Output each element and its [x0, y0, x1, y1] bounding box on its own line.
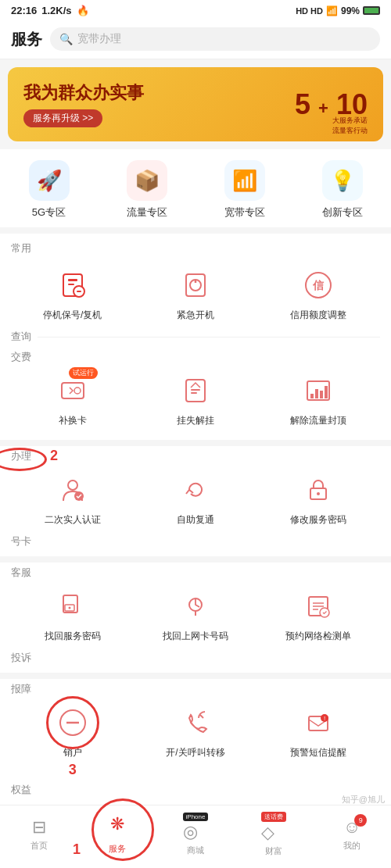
- service-findpwd[interactable]: 找回服务密码: [11, 580, 134, 648]
- service-cancel[interactable]: 销户 3: [11, 696, 134, 764]
- stop-icon: [54, 266, 91, 304]
- svg-point-23: [317, 492, 320, 495]
- banner-desc1: 大服务承诺: [332, 116, 368, 126]
- credit-icon: 信: [300, 266, 337, 304]
- zone-innovation[interactable]: 💡 创新专区: [293, 160, 391, 220]
- nav-mine[interactable]: ☺ 9 我的: [328, 817, 375, 852]
- service-recard[interactable]: 试运行 补换卡: [11, 364, 134, 432]
- section-baozhang: 报障 销户 3 开/关呼叫转移: [0, 679, 391, 805]
- suspend-label: 挂失解挂: [177, 414, 214, 427]
- zone-traffic-icon: 📦: [127, 160, 167, 201]
- home-icon: ⊟: [32, 817, 46, 838]
- zone-5g-icon: 🚀: [29, 160, 70, 201]
- watermark: 知乎@旭儿: [342, 794, 385, 805]
- zone-broadband[interactable]: 📶 宽带专区: [196, 160, 293, 220]
- service-realname[interactable]: 二次实人认证: [11, 463, 134, 531]
- calltransfer-label: 开/关呼叫转移: [166, 746, 224, 759]
- zone-row: 🚀 5G专区 📦 流量专区 📶 宽带专区 💡 创新专区: [0, 149, 391, 227]
- nav-mine-label: 我的: [343, 840, 361, 852]
- section-tag-baozhang: 报障: [11, 682, 31, 696]
- status-time: 22:16: [11, 5, 37, 16]
- banner-desc2: 流量客行动: [332, 126, 368, 136]
- svg-point-11: [74, 388, 81, 394]
- service-credit[interactable]: 信 信用额度调整: [257, 259, 380, 327]
- cancel-icon: [54, 704, 91, 741]
- battery-level: 99%: [341, 5, 360, 16]
- service-password[interactable]: 修改服务密码: [257, 463, 380, 531]
- section-tag-tousu: 投诉: [11, 651, 31, 665]
- page-title: 服务: [11, 29, 42, 50]
- svg-text:信: 信: [312, 279, 325, 291]
- banner[interactable]: 我为群众办实事 服务再升级 >> 5 + 10 大服务承诺 流量客行动: [8, 67, 383, 141]
- annotation-2: 2: [50, 448, 58, 464]
- section-tag-banli: 办理: [11, 449, 31, 463]
- service-uncap[interactable]: 解除流量封顶: [257, 364, 380, 432]
- section-tag-chaxun: 查询: [11, 330, 31, 344]
- annotation-3: 3: [69, 762, 77, 778]
- nav-home[interactable]: ⊟ 首页: [16, 817, 63, 852]
- nav-service-label: 服务: [109, 843, 126, 855]
- restore-label: 自助复通: [177, 513, 214, 527]
- nav-finance[interactable]: 送话费 ◇ 财富: [250, 812, 297, 857]
- password-label: 修改服务密码: [290, 513, 346, 527]
- calltransfer-icon: [177, 704, 214, 741]
- appoint-label: 预约网络检测单: [285, 630, 351, 643]
- section-tag-kefu: 客服: [11, 566, 31, 580]
- suspend-icon: [177, 372, 214, 409]
- alertsms-label: 预警短信提醒: [290, 746, 346, 759]
- realname-icon: [54, 471, 91, 509]
- credit-label: 信用额度调整: [290, 309, 346, 322]
- realname-label: 二次实人认证: [45, 513, 101, 527]
- alertsms-icon: !: [300, 704, 337, 741]
- svg-rect-4: [77, 291, 81, 292]
- service-nav-circle-annotation: 1 ❋: [110, 814, 124, 834]
- zone-innovation-label: 创新专区: [322, 205, 363, 220]
- status-bar: 22:16 1.2K/s 🔥 HD HD 📶 99%: [0, 0, 391, 21]
- svg-rect-13: [191, 389, 200, 391]
- search-icon: 🔍: [59, 33, 73, 45]
- findpwd-label: 找回服务密码: [45, 630, 101, 643]
- service-alertsms[interactable]: ! 预警短信提醒: [257, 696, 380, 764]
- poweron-icon: [177, 266, 214, 304]
- nav-mall-label: 商城: [187, 845, 204, 856]
- service-suspend[interactable]: 挂失解挂: [134, 364, 256, 432]
- zone-5g-label: 5G专区: [32, 205, 66, 220]
- zone-broadband-label: 宽带专区: [224, 205, 265, 220]
- nav-home-label: 首页: [30, 840, 48, 852]
- zone-traffic[interactable]: 📦 流量专区: [98, 160, 196, 220]
- section-kefu: 客服 找回服务密码 找回上网卡号码: [0, 563, 391, 673]
- service-findcard[interactable]: 找回上网卡号码: [134, 580, 256, 648]
- finance-icon: ◇: [261, 823, 274, 842]
- banner-subtitle: 服务再升级 >>: [23, 109, 102, 127]
- section-tag-quanyi: 权益: [11, 783, 31, 797]
- header: 服务 🔍 宽带办理: [0, 21, 391, 59]
- search-placeholder: 宽带办理: [77, 32, 121, 46]
- search-bar[interactable]: 🔍 宽带办理: [50, 27, 380, 51]
- svg-rect-19: [325, 386, 328, 398]
- zone-5g[interactable]: 🚀 5G专区: [0, 160, 98, 220]
- svg-rect-1: [68, 279, 77, 281]
- service-stop[interactable]: 停机保号/复机: [11, 259, 134, 327]
- mine-badge: 9: [354, 814, 367, 827]
- page-wrapper: 22:16 1.2K/s 🔥 HD HD 📶 99% 服务 🔍 宽带办理 我为群…: [0, 0, 391, 868]
- nav-service[interactable]: 1 ❋ 服务: [94, 814, 141, 855]
- restore-icon: [177, 471, 214, 509]
- stop-label: 停机保号/复机: [43, 309, 102, 322]
- service-restore[interactable]: 自助复通: [134, 463, 256, 531]
- uncap-label: 解除流量封顶: [290, 414, 346, 427]
- service-poweron[interactable]: 紧急开机: [134, 259, 256, 327]
- status-speed: 1.2K/s: [41, 5, 71, 16]
- service-calltransfer[interactable]: 开/关呼叫转移: [134, 696, 256, 764]
- svg-point-20: [68, 480, 77, 490]
- nav-mall[interactable]: iPhone ◎ 商城: [172, 813, 219, 856]
- annotation-1: 1: [73, 841, 81, 858]
- service-appoint[interactable]: 预约网络检测单: [257, 580, 380, 648]
- findpwd-icon: [54, 588, 91, 625]
- svg-point-33: [320, 608, 329, 617]
- banner-numbers: 5 + 10: [295, 91, 368, 119]
- trial-badge: 试运行: [69, 367, 98, 379]
- free-badge: 送话费: [261, 812, 286, 822]
- recard-label: 补换卡: [59, 414, 87, 427]
- findcard-icon: [177, 588, 214, 625]
- mall-icon: ◎: [183, 822, 198, 841]
